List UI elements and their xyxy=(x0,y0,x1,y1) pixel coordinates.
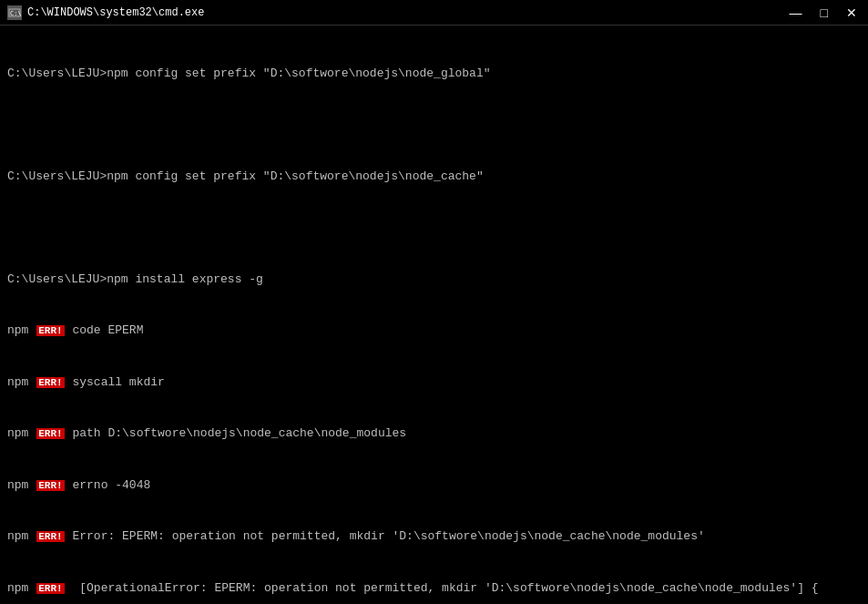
line-3: C:\Users\LEJU>npm install express -g xyxy=(7,271,861,289)
line-blank-2 xyxy=(7,220,861,237)
line-2: C:\Users\LEJU>npm config set prefix "D:\… xyxy=(7,169,861,186)
svg-text:C:\: C:\ xyxy=(10,10,21,17)
close-button[interactable]: ✕ xyxy=(842,5,861,20)
line-1: C:\Users\LEJU>npm config set prefix "D:\… xyxy=(7,66,861,83)
terminal-body: C:\Users\LEJU>npm config set prefix "D:\… xyxy=(0,26,868,604)
err-line-3: npm ERR! path D:\softwore\nodejs\node_ca… xyxy=(7,425,861,443)
line-blank-1 xyxy=(7,117,861,134)
err-line-2: npm ERR! syscall mkdir xyxy=(7,374,861,392)
title-bar: C:\ C:\WINDOWS\system32\cmd.exe — □ ✕ xyxy=(0,0,868,26)
err-line-6: npm ERR! [OperationalError: EPERM: opera… xyxy=(7,580,861,598)
window-controls: — □ ✕ xyxy=(786,5,861,20)
minimize-button[interactable]: — xyxy=(786,5,806,20)
err-line-1: npm ERR! code EPERM xyxy=(7,322,861,340)
window: C:\ C:\WINDOWS\system32\cmd.exe — □ ✕ C:… xyxy=(0,0,868,604)
window-title: C:\WINDOWS\system32\cmd.exe xyxy=(27,6,204,19)
cmd-icon: C:\ xyxy=(7,5,22,20)
maximize-button[interactable]: □ xyxy=(817,5,832,20)
err-line-5: npm ERR! Error: EPERM: operation not per… xyxy=(7,528,861,546)
title-bar-left: C:\ C:\WINDOWS\system32\cmd.exe xyxy=(7,5,204,20)
err-line-4: npm ERR! errno -4048 xyxy=(7,477,861,495)
